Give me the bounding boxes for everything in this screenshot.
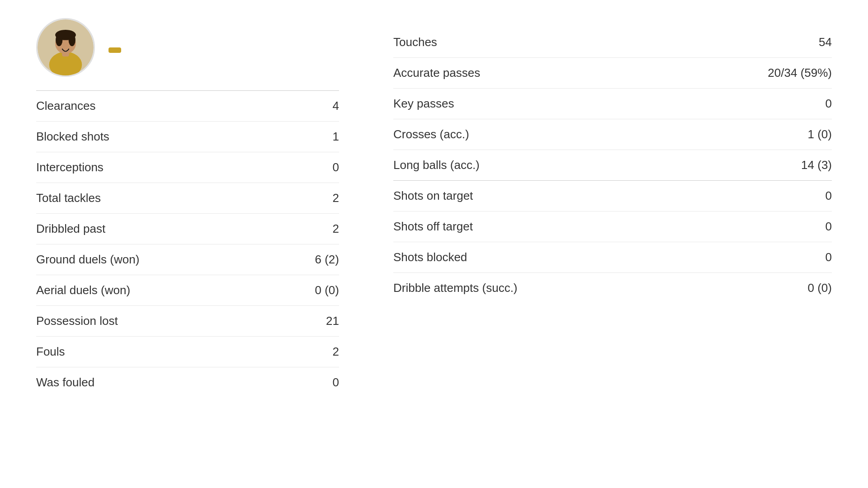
- stat-value: 6 (2): [315, 253, 339, 267]
- stat-label: Touches: [393, 35, 437, 49]
- left-stat-row: Ground duels (won)6 (2): [36, 244, 339, 275]
- stat-label: Ground duels (won): [36, 253, 139, 267]
- stat-label: Shots blocked: [393, 250, 467, 264]
- stat-label: Possession lost: [36, 314, 118, 328]
- stat-label: Crosses (acc.): [393, 127, 469, 141]
- right-stat-row-top: Long balls (acc.)14 (3): [393, 150, 832, 180]
- stat-value: 0 (0): [808, 281, 832, 295]
- stat-value: 4: [333, 99, 339, 113]
- stat-value: 2: [333, 345, 339, 359]
- right-stat-row-top: Key passes0: [393, 89, 832, 119]
- stat-value: 1 (0): [808, 127, 832, 141]
- stat-value: 0: [826, 189, 832, 203]
- stat-value: 2: [333, 222, 339, 236]
- stat-value: 21: [326, 314, 339, 328]
- stat-label: Clearances: [36, 99, 96, 113]
- stat-label: Accurate passes: [393, 66, 480, 80]
- stat-label: Was fouled: [36, 375, 94, 389]
- left-panel: Clearances4Blocked shots1Interceptions0T…: [36, 18, 366, 470]
- stat-value: 0 (0): [315, 283, 339, 297]
- stat-label: Shots off target: [393, 220, 473, 234]
- right-stat-row-bottom: Shots off target0: [393, 211, 832, 242]
- rating-row: [108, 47, 339, 53]
- stat-value: 1: [333, 130, 339, 144]
- stat-label: Shots on target: [393, 189, 473, 203]
- stat-value: 0: [826, 220, 832, 234]
- player-header: [36, 18, 339, 77]
- left-stat-row: Aerial duels (won)0 (0): [36, 275, 339, 306]
- right-stat-row-top: Accurate passes20/34 (59%): [393, 58, 832, 89]
- left-stat-row: Fouls2: [36, 337, 339, 367]
- stat-value: 0: [333, 375, 339, 389]
- left-stats-section: Clearances4Blocked shots1Interceptions0T…: [36, 91, 339, 398]
- stat-label: Total tackles: [36, 191, 101, 205]
- stat-value: 54: [819, 35, 832, 49]
- stat-value: 0: [826, 250, 832, 264]
- right-stat-row-bottom: Shots on target0: [393, 181, 832, 211]
- stat-value: 20/34 (59%): [768, 66, 832, 80]
- stat-value: 2: [333, 191, 339, 205]
- avatar: [36, 18, 95, 77]
- stat-label: Long balls (acc.): [393, 158, 480, 172]
- left-stat-row: Clearances4: [36, 91, 339, 122]
- stat-value: 0: [826, 97, 832, 111]
- stat-label: Fouls: [36, 345, 65, 359]
- left-stat-row: Dribbled past2: [36, 214, 339, 244]
- right-panel: Touches54Accurate passes20/34 (59%)Key p…: [366, 18, 832, 470]
- right-stat-row-top: Touches54: [393, 27, 832, 58]
- player-info: [108, 42, 339, 53]
- left-stat-row: Interceptions0: [36, 152, 339, 183]
- stat-value: 14 (3): [801, 158, 832, 172]
- right-stats-top: Touches54Accurate passes20/34 (59%)Key p…: [393, 27, 832, 180]
- left-stat-row: Was fouled0: [36, 367, 339, 398]
- stat-label: Key passes: [393, 97, 454, 111]
- right-stat-row-top: Crosses (acc.)1 (0): [393, 119, 832, 150]
- right-panel-inner: Touches54Accurate passes20/34 (59%)Key p…: [393, 18, 832, 303]
- right-stat-row-bottom: Dribble attempts (succ.)0 (0): [393, 273, 832, 303]
- left-stat-row: Total tackles2: [36, 183, 339, 214]
- svg-point-5: [56, 34, 62, 46]
- svg-point-6: [69, 34, 75, 46]
- right-stat-row-bottom: Shots blocked0: [393, 242, 832, 273]
- left-stat-row: Possession lost21: [36, 306, 339, 337]
- stat-label: Dribbled past: [36, 222, 105, 236]
- stat-label: Aerial duels (won): [36, 283, 130, 297]
- right-stats-bottom: Shots on target0Shots off target0Shots b…: [393, 181, 832, 303]
- left-stat-row: Blocked shots1: [36, 122, 339, 152]
- stat-label: Interceptions: [36, 160, 104, 174]
- rating-badge: [108, 47, 121, 53]
- stat-label: Dribble attempts (succ.): [393, 281, 518, 295]
- stat-label: Blocked shots: [36, 130, 109, 144]
- stat-value: 0: [333, 160, 339, 174]
